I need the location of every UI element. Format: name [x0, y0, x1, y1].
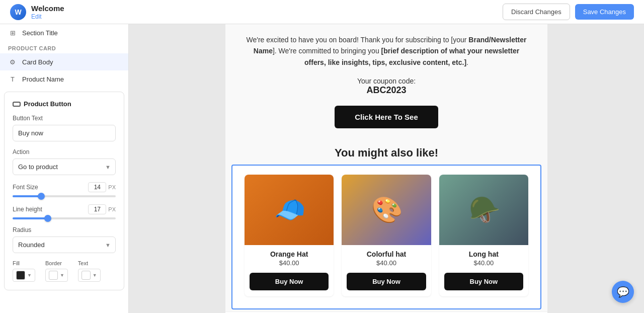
- line-height-label: Line height: [13, 206, 42, 213]
- line-height-unit: PX: [108, 206, 116, 212]
- products-highlight: 🧢 Orange Hat $40.00 Buy Now 🎨: [231, 165, 541, 309]
- action-label: Action: [13, 148, 116, 155]
- intro-paragraph-1: We're excited to have you on board! Than…: [246, 34, 527, 68]
- product-price-2: $40.00: [444, 259, 523, 267]
- panel-title-icon: [13, 102, 21, 107]
- line-height-value-box: PX: [88, 204, 116, 214]
- card-body-icon: ⚙: [8, 57, 17, 66]
- border-swatch: [49, 271, 58, 280]
- cta-button[interactable]: Click Here To See: [335, 106, 438, 128]
- topbar-left: W Welcome Edit: [10, 4, 64, 20]
- product-info-0: Orange Hat $40.00: [245, 245, 334, 269]
- product-title-2: Long hat: [444, 250, 523, 258]
- border-chevron-icon: ▼: [60, 273, 64, 278]
- product-actions-0: Buy Now: [245, 269, 334, 296]
- sidebar-item-card-body[interactable]: ⚙ Card Body: [0, 53, 128, 70]
- border-swatch-button[interactable]: ▼: [45, 269, 68, 282]
- text-color-item: Text ▼: [78, 260, 101, 282]
- border-color-item: Border ▼: [45, 260, 68, 282]
- topbar-right: Discard Changes Save Changes: [503, 4, 634, 20]
- radius-select-wrapper: Rounded Square Pill ▼: [13, 237, 116, 253]
- products-row: 🧢 Orange Hat $40.00 Buy Now 🎨: [234, 170, 538, 304]
- sidebar-item-product-name[interactable]: T Product Name: [0, 70, 128, 88]
- font-size-group: Font Size PX: [13, 182, 116, 197]
- button-text-input[interactable]: [13, 125, 116, 141]
- radius-select[interactable]: Rounded Square Pill: [13, 237, 116, 253]
- fill-color-item: Fill ▼: [13, 260, 35, 282]
- email-intro: We're excited to have you on board! Than…: [225, 24, 547, 73]
- color-row: Fill ▼ Border ▼ Text: [13, 260, 116, 282]
- product-image-0: 🧢: [245, 175, 334, 245]
- product-info-1: Colorful hat $40.00: [342, 245, 431, 269]
- product-image-1: 🎨: [342, 175, 431, 245]
- product-button-panel: Product Button Button Text Action Go to …: [4, 92, 124, 290]
- app-subtitle[interactable]: Edit: [31, 13, 64, 20]
- chat-bubble[interactable]: 💬: [612, 281, 634, 303]
- sidebar-item-card-body-label: Card Body: [22, 58, 53, 66]
- border-label: Border: [45, 260, 68, 266]
- button-text-group: Button Text: [13, 115, 116, 141]
- line-height-fill: [13, 217, 48, 219]
- text-label: Text: [78, 260, 101, 266]
- font-size-value-box: PX: [88, 182, 116, 192]
- panel-title: Product Button: [13, 100, 116, 108]
- app-title-block: Welcome Edit: [31, 4, 64, 20]
- font-size-fill: [13, 195, 41, 197]
- topbar: W Welcome Edit Discard Changes Save Chan…: [0, 0, 644, 24]
- product-card-section-label: Product Card: [0, 41, 128, 53]
- app-logo: W: [10, 4, 26, 20]
- product-actions-2: Buy Now: [439, 269, 528, 296]
- section-title-icon: ⊞: [8, 28, 17, 37]
- buy-now-button-2[interactable]: Buy Now: [444, 273, 523, 290]
- buy-now-button-0[interactable]: Buy Now: [250, 273, 329, 290]
- button-text-label: Button Text: [13, 115, 116, 122]
- sidebar-item-product-name-label: Product Name: [22, 75, 64, 83]
- text-chevron-icon: ▼: [93, 273, 97, 278]
- fill-swatch-button[interactable]: ▼: [13, 269, 35, 282]
- line-height-value[interactable]: [88, 204, 106, 214]
- orange-hat-image: 🧢: [245, 175, 334, 245]
- main-layout: ⊞ Section Title Product Card ⚙ Card Body…: [0, 24, 644, 313]
- product-price-1: $40.00: [347, 259, 426, 267]
- product-title-0: Orange Hat: [250, 250, 329, 258]
- product-image-2: 🪖: [439, 175, 528, 245]
- text-swatch-button[interactable]: ▼: [78, 269, 101, 282]
- discard-button[interactable]: Discard Changes: [503, 4, 570, 20]
- sidebar: ⊞ Section Title Product Card ⚙ Card Body…: [0, 24, 129, 313]
- sidebar-item-section-title-label: Section Title: [22, 29, 58, 37]
- content-area: We're excited to have you on board! Than…: [129, 24, 644, 313]
- product-actions-1: Buy Now: [342, 269, 431, 296]
- section-heading: You might also like!: [225, 138, 547, 165]
- product-card-0: 🧢 Orange Hat $40.00 Buy Now: [245, 175, 334, 296]
- buy-now-button-1[interactable]: Buy Now: [347, 273, 426, 290]
- text-swatch: [82, 271, 91, 280]
- font-size-label: Font Size: [13, 184, 38, 191]
- sidebar-item-section-title[interactable]: ⊞ Section Title: [0, 24, 128, 41]
- action-select[interactable]: Go to product Open URL No action: [13, 159, 116, 175]
- email-container: We're excited to have you on board! Than…: [225, 24, 547, 313]
- fill-chevron-icon: ▼: [27, 273, 32, 278]
- font-size-thumb[interactable]: [38, 193, 45, 200]
- product-title-1: Colorful hat: [347, 250, 426, 258]
- coupon-code: ABC2023: [246, 85, 527, 96]
- font-size-unit: PX: [108, 184, 116, 190]
- radius-group: Radius Rounded Square Pill ▼: [13, 226, 116, 253]
- action-select-wrapper: Go to product Open URL No action ▼: [13, 159, 116, 175]
- coupon-label: Your coupon code:: [246, 77, 527, 85]
- save-button[interactable]: Save Changes: [575, 4, 634, 20]
- colorful-hat-image: 🎨: [342, 175, 431, 245]
- line-height-thumb[interactable]: [44, 215, 51, 222]
- product-info-2: Long hat $40.00: [439, 245, 528, 269]
- cta-section: Click Here To See: [225, 100, 547, 138]
- line-height-track[interactable]: [13, 217, 116, 219]
- product-card-1: 🎨 Colorful hat $40.00 Buy Now: [342, 175, 431, 296]
- line-height-group: Line height PX: [13, 204, 116, 219]
- product-card-2: 🪖 Long hat $40.00 Buy Now: [439, 175, 528, 296]
- radius-label: Radius: [13, 226, 116, 233]
- line-height-row: Line height PX: [13, 204, 116, 214]
- fill-label: Fill: [13, 260, 35, 266]
- font-size-track[interactable]: [13, 195, 116, 197]
- product-price-0: $40.00: [250, 259, 329, 267]
- font-size-value[interactable]: [88, 182, 106, 192]
- font-size-row: Font Size PX: [13, 182, 116, 192]
